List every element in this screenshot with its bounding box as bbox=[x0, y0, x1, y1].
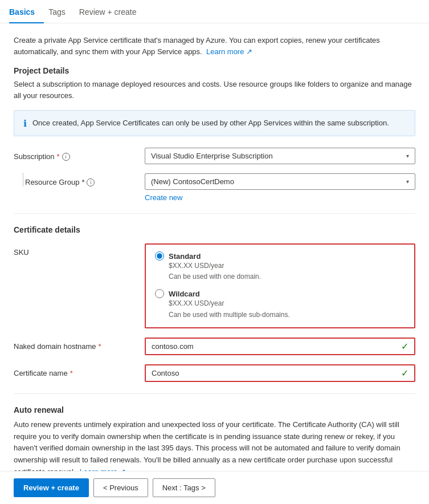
sku-wildcard-label[interactable]: Wildcard bbox=[155, 289, 405, 298]
subscription-group: Subscription * i Visual Studio Enterpris… bbox=[14, 148, 415, 202]
subscription-info-icon[interactable]: i bbox=[62, 153, 70, 161]
tab-tags[interactable]: Tags bbox=[48, 1, 75, 23]
divider-2 bbox=[14, 393, 415, 394]
naked-domain-valid-icon: ✓ bbox=[395, 341, 414, 352]
resource-group-label: Resource Group * i bbox=[25, 173, 145, 186]
resource-group-info-icon[interactable]: i bbox=[87, 178, 95, 186]
review-create-button[interactable]: Review + create bbox=[14, 478, 89, 497]
intro-text: Create a private App Service certificate… bbox=[14, 35, 415, 57]
sku-wildcard-desc: Can be used with multiple sub-domains. bbox=[169, 310, 405, 320]
naked-domain-input[interactable] bbox=[146, 339, 395, 354]
footer: Review + create < Previous Next : Tags > bbox=[0, 471, 429, 504]
sku-standard-option: Standard $XX.XX USD/year Can be used wit… bbox=[155, 251, 405, 282]
naked-domain-input-wrapper: ✓ bbox=[145, 338, 415, 355]
cert-name-required: * bbox=[70, 369, 73, 377]
sku-standard-title: Standard bbox=[169, 252, 201, 261]
create-new-link[interactable]: Create new bbox=[145, 193, 182, 202]
sku-wildcard-option: Wildcard $XX.XX USD/year Can be used wit… bbox=[155, 289, 405, 320]
previous-button[interactable]: < Previous bbox=[93, 478, 148, 497]
sku-wildcard-title: Wildcard bbox=[169, 290, 200, 298]
cert-name-control: ✓ bbox=[145, 364, 415, 382]
cert-name-row: Certificate name * ✓ bbox=[14, 364, 415, 382]
sku-box: Standard $XX.XX USD/year Can be used wit… bbox=[145, 243, 415, 328]
sku-wildcard-radio[interactable] bbox=[155, 289, 164, 298]
subscription-control: Visual Studio Enterprise Subscription ▾ bbox=[145, 148, 415, 164]
resource-group-dropdown-arrow: ▾ bbox=[406, 178, 409, 185]
subscription-row: Subscription * i Visual Studio Enterpris… bbox=[14, 148, 415, 164]
cert-name-valid-icon: ✓ bbox=[395, 368, 414, 379]
sku-row: SKU Standard $XX.XX USD/year Can be used… bbox=[14, 243, 415, 328]
info-box: ℹ Once created, App Service Certificates… bbox=[14, 110, 415, 136]
tab-bar: Basics Tags Review + create bbox=[0, 0, 429, 23]
resource-group-required: * bbox=[81, 178, 84, 186]
cert-name-input[interactable] bbox=[146, 365, 395, 381]
divider-1 bbox=[14, 213, 415, 214]
sku-standard-sub: $XX.XX USD/year Can be used with one dom… bbox=[169, 261, 405, 282]
tab-review-create[interactable]: Review + create bbox=[79, 1, 146, 23]
cert-details-title: Certificate details bbox=[14, 225, 415, 234]
auto-renewal-desc: Auto renew prevents untimely expiration … bbox=[14, 419, 415, 478]
resource-group-value: (New) ContosoCertDemo bbox=[151, 177, 234, 186]
subscription-value: Visual Studio Enterprise Subscription bbox=[151, 152, 273, 160]
subscription-required: * bbox=[57, 152, 60, 161]
resource-group-row: Resource Group * i (New) ContosoCertDemo… bbox=[25, 173, 415, 202]
naked-domain-required: * bbox=[99, 342, 101, 351]
subscription-dropdown[interactable]: Visual Studio Enterprise Subscription ▾ bbox=[145, 148, 415, 164]
main-content: Create a private App Service certificate… bbox=[0, 23, 429, 504]
cert-name-label: Certificate name * bbox=[14, 364, 145, 377]
sku-standard-price: $XX.XX USD/year bbox=[169, 261, 405, 271]
resource-group-control: (New) ContosoCertDemo ▾ Create new bbox=[145, 173, 415, 202]
sku-standard-desc: Can be used with one domain. bbox=[169, 271, 405, 282]
sku-wildcard-sub: $XX.XX USD/year Can be used with multipl… bbox=[169, 298, 405, 320]
cert-name-input-wrapper: ✓ bbox=[145, 364, 415, 382]
sku-standard-label[interactable]: Standard bbox=[155, 251, 405, 261]
sku-wildcard-price: $XX.XX USD/year bbox=[169, 298, 405, 309]
info-box-text: Once created, App Service Certificates c… bbox=[32, 117, 389, 129]
project-details-desc: Select a subscription to manage deployed… bbox=[14, 79, 415, 101]
auto-renewal-title: Auto renewal bbox=[14, 405, 415, 414]
naked-domain-label: Naked domain hostname * bbox=[14, 338, 145, 351]
learn-more-link[interactable]: Learn more ↗ bbox=[206, 47, 252, 56]
sku-standard-radio[interactable] bbox=[155, 251, 164, 261]
project-details-title: Project Details bbox=[14, 66, 415, 75]
subscription-dropdown-arrow: ▾ bbox=[406, 153, 409, 159]
next-button[interactable]: Next : Tags > bbox=[153, 478, 215, 497]
resource-group-dropdown[interactable]: (New) ContosoCertDemo ▾ bbox=[145, 173, 415, 190]
subscription-label: Subscription * i bbox=[14, 148, 145, 161]
tab-basics[interactable]: Basics bbox=[9, 1, 44, 23]
sku-control: Standard $XX.XX USD/year Can be used wit… bbox=[145, 243, 415, 328]
naked-domain-control: ✓ bbox=[145, 338, 415, 355]
sku-label: SKU bbox=[14, 243, 145, 257]
naked-domain-row: Naked domain hostname * ✓ bbox=[14, 338, 415, 355]
info-icon: ℹ bbox=[23, 118, 27, 129]
